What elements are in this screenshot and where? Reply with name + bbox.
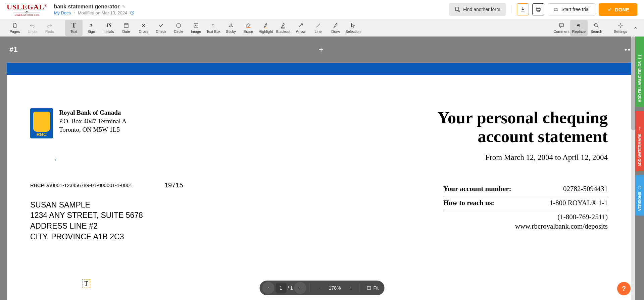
page-canvas[interactable]: RBC ? Royal Bank of Canada P.O. Box 4047…	[7, 63, 631, 300]
tool-label: Settings	[614, 29, 627, 34]
zoom-in-button[interactable]: +	[344, 282, 356, 294]
svg-rect-37	[638, 55, 641, 58]
history-icon[interactable]	[130, 10, 135, 15]
add-page-button[interactable]: +	[319, 45, 324, 54]
document-search-icon	[454, 6, 460, 12]
tool-redo[interactable]: Redo	[41, 20, 58, 36]
tool-label: Selection	[345, 29, 360, 34]
page-header: #1 + •••	[0, 37, 644, 63]
circle-icon	[176, 22, 182, 29]
tool-arrow[interactable]: Arrow	[292, 20, 309, 36]
tool-blackout[interactable]: Blackout	[275, 20, 292, 36]
fit-label: Fit	[373, 285, 379, 291]
tool-sticky[interactable]: Sticky	[222, 20, 240, 36]
line-icon	[315, 22, 321, 29]
page-input[interactable]	[276, 283, 286, 293]
reference-number: 19715	[164, 181, 183, 189]
initials-icon: JS	[106, 22, 112, 29]
tool-search[interactable]: Search	[588, 20, 605, 36]
customer-addr1: 1234 ANY STREET, SUITE 5678	[30, 210, 143, 221]
crown-icon	[553, 7, 559, 12]
add-watermark-tab[interactable]: ADD WATERMARK	[635, 111, 644, 171]
tool-erase[interactable]: Erase	[240, 20, 257, 36]
prev-page-button[interactable]	[262, 282, 274, 294]
settings-icon	[617, 22, 624, 29]
rbc-text: RBC	[37, 132, 47, 137]
check-icon	[607, 7, 612, 12]
page-add-container: +	[17, 45, 625, 54]
reach-phone: (1-800-769-2511)	[443, 212, 608, 222]
done-label: DONE	[615, 7, 629, 12]
tool-check[interactable]: Check	[152, 20, 170, 36]
search-icon	[593, 22, 599, 29]
fit-icon	[366, 286, 371, 290]
replace-icon: A	[576, 22, 582, 29]
tool-label: Pages	[9, 29, 20, 34]
tool-undo[interactable]: Undo	[23, 20, 41, 36]
pages-icon	[12, 22, 18, 29]
page-stripe	[7, 63, 631, 75]
tool-label: Text	[70, 29, 77, 34]
versions-tab[interactable]: VERSIONS	[635, 175, 644, 216]
customer-addr3: CITY, PROVINCE A1B 2C3	[30, 232, 143, 242]
collapse-toolbar-button[interactable]	[633, 25, 638, 30]
bank-info: Royal Bank of Canada P.O. Box 4047 Termi…	[59, 108, 127, 162]
customer-addr2: ADDRESS LINE #2	[30, 221, 143, 232]
svg-line-23	[316, 23, 320, 27]
find-form-button[interactable]: Find another form	[449, 3, 506, 16]
vertical-scrollbar[interactable]	[631, 37, 635, 300]
modified-date: Modified on Mar 13, 2024	[78, 10, 127, 15]
svg-point-35	[620, 24, 622, 26]
nav-separator	[359, 283, 360, 293]
my-docs-link[interactable]: My Docs	[54, 10, 71, 15]
scrollbar-thumb[interactable]	[631, 37, 635, 130]
tool-sign[interactable]: Sign	[83, 20, 100, 36]
tool-draw[interactable]: Draw	[327, 20, 344, 36]
svg-point-16	[195, 24, 196, 25]
uslegal-logo[interactable]: USLEGAL® USLEGALFORMS.COM	[7, 3, 47, 16]
svg-point-0	[26, 11, 28, 12]
tool-cross[interactable]: Cross	[135, 20, 152, 36]
download-button[interactable]	[517, 3, 529, 15]
help-button[interactable]: ?	[617, 282, 631, 295]
tool-text[interactable]: TText	[65, 20, 83, 36]
header-actions: Find another form Start free trial DONE	[449, 3, 637, 16]
clock-icon	[637, 185, 642, 190]
trial-label: Start free trial	[561, 7, 590, 12]
tool-label: Sign	[88, 29, 95, 34]
tool-settings[interactable]: Settings	[612, 20, 629, 36]
tool-textbox[interactable]: TText Box	[205, 20, 222, 36]
tool-image[interactable]: Image	[187, 20, 205, 36]
tool-comment[interactable]: Comment	[553, 20, 570, 36]
help-marker[interactable]: ?	[55, 157, 56, 162]
svg-rect-9	[14, 24, 16, 27]
svg-point-25	[561, 24, 562, 25]
svg-rect-7	[537, 10, 540, 12]
tool-pages[interactable]: Pages	[6, 20, 23, 36]
undo-icon	[29, 22, 35, 29]
tool-line[interactable]: Line	[309, 20, 327, 36]
tool-initials[interactable]: JSInitials	[100, 20, 117, 36]
tool-circle[interactable]: Circle	[170, 20, 187, 36]
done-button[interactable]: DONE	[599, 3, 637, 16]
svg-point-14	[177, 23, 181, 27]
tool-label: Replace	[572, 29, 586, 34]
divider	[511, 5, 511, 13]
tool-replace[interactable]: AReplace	[570, 20, 588, 36]
next-page-button[interactable]	[294, 282, 306, 294]
edit-title-icon[interactable]: ✎	[122, 4, 126, 9]
zoom-out-button[interactable]: −	[313, 282, 326, 294]
text-insertion-cursor[interactable]: T	[82, 279, 90, 288]
bank-addr2: Toronto, ON M5W 1L5	[59, 125, 127, 134]
add-fillable-fields-tab[interactable]: ADD FILLABLE FIELDS	[635, 37, 644, 107]
tool-selection[interactable]: Selection	[344, 20, 362, 36]
sign-icon	[88, 22, 94, 29]
tool-label: Line	[315, 29, 322, 34]
tool-label: Cross	[139, 29, 149, 34]
fit-button[interactable]: Fit	[363, 285, 382, 291]
print-button[interactable]	[532, 3, 544, 15]
logo-text: USLEGAL®	[7, 3, 47, 11]
start-trial-button[interactable]: Start free trial	[548, 3, 595, 15]
tool-date[interactable]: Date	[117, 20, 135, 36]
tool-highlight[interactable]: Highlight	[257, 20, 275, 36]
